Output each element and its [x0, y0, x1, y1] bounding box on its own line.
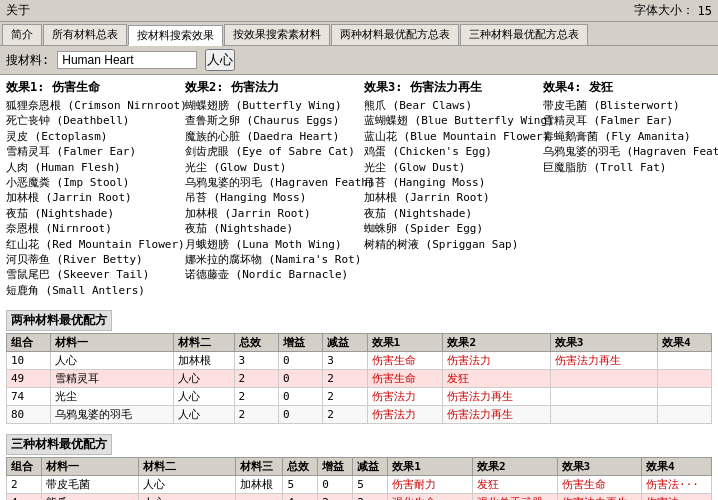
two-material-table: 组合材料一材料二总效增益减益效果1效果2效果3效果410人心加林根303伤害生命… — [6, 333, 712, 424]
col-header: 效果2 — [472, 458, 557, 476]
table-cell: 0 — [278, 388, 322, 406]
col-header: 效果1 — [367, 334, 443, 352]
effect-cell: 发狂 — [443, 370, 550, 388]
effect-cell: 伤害法··· — [642, 494, 712, 500]
two-material-section: 两种材料最优配方 组合材料一材料二总效增益减益效果1效果2效果3效果410人心加… — [6, 306, 712, 424]
effect-cell: 强化生命 — [388, 494, 473, 500]
table-cell: 4 — [7, 494, 42, 500]
effects-row: 效果1: 伤害生命狐狸奈恩根 (Crimson Nirnroot)死亡丧钟 (D… — [6, 79, 712, 298]
col-header: 效果1 — [388, 458, 473, 476]
table-cell: 带皮毛菌 — [41, 476, 138, 494]
table-row: 49雪精灵耳人心202伤害生命发狂 — [7, 370, 712, 388]
effect-item: 光尘 (Glow Dust) — [185, 160, 354, 175]
effect-item: 蜘蛛卵 (Spider Egg) — [364, 221, 533, 236]
effect-col-3: 效果4: 发狂带皮毛菌 (Blisterwort)雪精灵耳 (Falmer Ea… — [543, 79, 712, 298]
table-cell — [236, 494, 283, 500]
effect-item: 光尘 (Glow Dust) — [364, 160, 533, 175]
table-cell: 2 — [234, 406, 278, 424]
col-header: 组合 — [7, 334, 51, 352]
table-cell: 乌鸦鬼婆的羽毛 — [51, 406, 174, 424]
effect-cell — [658, 388, 712, 406]
effect-cell: 伤害法力 — [367, 406, 443, 424]
effect-item: 河贝蒂鱼 (River Betty) — [6, 252, 175, 267]
effect-cell: 伤害法力再生 — [443, 406, 550, 424]
title-bar: 关于 字体大小： 15 — [0, 0, 718, 22]
effect-item: 灵皮 (Ectoplasm) — [6, 129, 175, 144]
tab-bar: 简介所有材料总表按材料搜索效果按效果搜索素材料两种材料最优配方总表三种材料最优配… — [0, 22, 718, 46]
table-row: 10人心加林根303伤害生命伤害法力伤害法力再生 — [7, 352, 712, 370]
effect-cell: 伤害法力 — [367, 388, 443, 406]
tab-三种材料最优配方总表[interactable]: 三种材料最优配方总表 — [460, 24, 588, 45]
window-title: 关于 — [6, 2, 30, 19]
table-cell: 熊爪 — [41, 494, 138, 500]
table-cell: 5 — [283, 476, 318, 494]
effect-item: 短鹿角 (Small Antlers) — [6, 283, 175, 298]
table-cell: 49 — [7, 370, 51, 388]
table-cell: 5 — [353, 476, 388, 494]
effect-cell — [658, 352, 712, 370]
search-label: 搜材料: — [6, 52, 49, 69]
effect-cell: 伤害法力再生 — [557, 494, 642, 500]
effect-item: 带皮毛菌 (Blisterwort) — [543, 98, 712, 113]
content-area: 效果1: 伤害生命狐狸奈恩根 (Crimson Nirnroot)死亡丧钟 (D… — [0, 75, 718, 500]
col-header: 增益 — [278, 334, 322, 352]
table-cell: 加林根 — [174, 352, 234, 370]
font-size-label: 字体大小： — [634, 2, 694, 19]
effect-item: 鸡蛋 (Chicken's Egg) — [364, 144, 533, 159]
search-input[interactable] — [57, 51, 197, 69]
table-cell: 2 — [323, 370, 367, 388]
effect-cell: 伤害法··· — [642, 476, 712, 494]
effect-item: 加林根 (Jarrin Root) — [364, 190, 533, 205]
effect-item: 毒蝇鹅膏菌 (Fly Amanita) — [543, 129, 712, 144]
col-header: 材料一 — [51, 334, 174, 352]
effect-item: 夜茄 (Nightshade) — [185, 221, 354, 236]
effect-item: 人肉 (Human Flesh) — [6, 160, 175, 175]
effect-item: 熊爪 (Bear Claws) — [364, 98, 533, 113]
effect-item: 蓝山花 (Blue Mountain Flower) — [364, 129, 533, 144]
table-cell: 0 — [278, 406, 322, 424]
col-header: 材料二 — [138, 458, 235, 476]
table-cell: 4 — [283, 494, 318, 500]
effect-col-1: 效果2: 伤害法力蝴蝶翅膀 (Butterfly Wing)查鲁斯之卵 (Cha… — [185, 79, 354, 298]
tab-简介[interactable]: 简介 — [2, 24, 42, 45]
two-material-table-wrapper: 组合材料一材料二总效增益减益效果1效果2效果3效果410人心加林根303伤害生命… — [6, 333, 712, 424]
two-material-label: 两种材料最优配方 — [6, 310, 112, 331]
col-header: 材料一 — [41, 458, 138, 476]
table-cell: 0 — [278, 370, 322, 388]
tab-按效果搜索素材料[interactable]: 按效果搜索素材料 — [224, 24, 330, 45]
three-material-label: 三种材料最优配方 — [6, 434, 112, 455]
effect-cell — [550, 388, 657, 406]
font-size-control: 字体大小： 15 — [634, 2, 712, 19]
col-header: 增益 — [318, 458, 353, 476]
three-material-table-wrapper: 组合材料一材料二材料三总效增益减益效果1效果2效果3效果42带皮毛菌人心加林根5… — [6, 457, 712, 500]
table-cell: 2 — [234, 370, 278, 388]
table-cell: 加林根 — [236, 476, 283, 494]
table-row: 4熊爪人心422强化生命强化单手武器伤害法力再生伤害法··· — [7, 494, 712, 500]
table-cell: 3 — [323, 352, 367, 370]
tab-所有材料总表[interactable]: 所有材料总表 — [43, 24, 127, 45]
col-header: 总效 — [283, 458, 318, 476]
tab-两种材料最优配方总表[interactable]: 两种材料最优配方总表 — [331, 24, 459, 45]
col-header: 减益 — [353, 458, 388, 476]
effect-header-1: 效果2: 伤害法力 — [185, 79, 354, 96]
effect-header-3: 效果4: 发狂 — [543, 79, 712, 96]
search-button[interactable]: 人心 — [205, 49, 235, 71]
table-cell: 2 — [323, 406, 367, 424]
col-header: 材料二 — [174, 334, 234, 352]
effect-item: 月蛾翅膀 (Luna Moth Wing) — [185, 237, 354, 252]
effect-header-0: 效果1: 伤害生命 — [6, 79, 175, 96]
table-cell: 2 — [353, 494, 388, 500]
table-cell: 74 — [7, 388, 51, 406]
effect-item: 奈恩根 (Nirnroot) — [6, 221, 175, 236]
table-row: 74光尘人心202伤害法力伤害法力再生 — [7, 388, 712, 406]
col-header: 材料三 — [236, 458, 283, 476]
col-header: 效果4 — [642, 458, 712, 476]
effect-cell: 伤害耐力 — [388, 476, 473, 494]
col-header: 组合 — [7, 458, 42, 476]
table-row: 2带皮毛菌人心加林根505伤害耐力发狂伤害生命伤害法··· — [7, 476, 712, 494]
effect-item: 雪精灵耳 (Falmer Ear) — [543, 113, 712, 128]
table-cell: 3 — [234, 352, 278, 370]
table-cell: 0 — [278, 352, 322, 370]
effect-cell: 伤害生命 — [367, 370, 443, 388]
tab-按材料搜索效果[interactable]: 按材料搜索效果 — [128, 25, 223, 46]
